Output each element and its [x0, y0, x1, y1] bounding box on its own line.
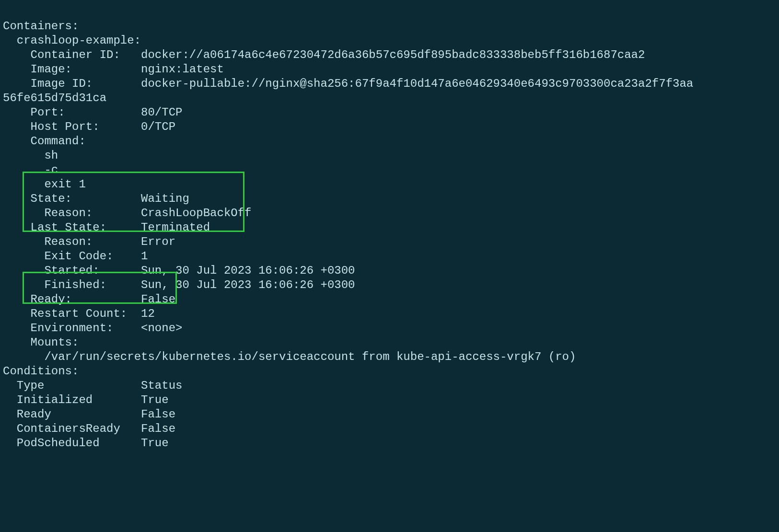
terminal-output[interactable]: Containers: crashloop-example: Container…	[0, 0, 779, 479]
mount-path-line: /var/run/secrets/kubernetes.io/serviceac…	[3, 350, 576, 363]
image-id-line-1: Image ID: docker-pullable://nginx@sha256…	[3, 77, 693, 90]
condition-ready: Ready False	[3, 408, 175, 421]
image-line: Image: nginx:latest	[3, 63, 224, 76]
conditions-heading: Conditions:	[3, 365, 79, 378]
condition-pod-scheduled: PodScheduled True	[3, 437, 169, 450]
command-exit: exit 1	[3, 178, 86, 191]
condition-initialized: Initialized True	[3, 393, 169, 406]
finished-line: Finished: Sun, 30 Jul 2023 16:06:26 +030…	[3, 278, 355, 291]
condition-containers-ready: ContainersReady False	[3, 422, 175, 435]
last-state-line: Last State: Terminated	[3, 221, 210, 234]
port-line: Port: 80/TCP	[3, 106, 182, 119]
ready-line: Ready: False	[3, 293, 175, 306]
container-id-line: Container ID: docker://a06174a6c4e672304…	[3, 48, 645, 61]
state-line: State: Waiting	[3, 192, 189, 205]
exit-code-line: Exit Code: 1	[3, 250, 148, 263]
command-sh: sh	[3, 149, 58, 162]
container-name: crashloop-example:	[3, 34, 141, 47]
state-reason-line: Reason: CrashLoopBackOff	[3, 207, 251, 220]
started-line: Started: Sun, 30 Jul 2023 16:06:26 +0300	[3, 264, 355, 277]
heading-containers: Containers:	[3, 20, 79, 33]
mounts-line: Mounts:	[3, 336, 79, 349]
host-port-line: Host Port: 0/TCP	[3, 120, 175, 133]
command-line: Command:	[3, 135, 86, 148]
command-c: -c	[3, 163, 58, 176]
conditions-header: Type Status	[3, 379, 182, 392]
last-state-reason-line: Reason: Error	[3, 235, 175, 248]
restart-count-line: Restart Count: 12	[3, 307, 155, 320]
environment-line: Environment: <none>	[3, 322, 182, 335]
image-id-line-2: 56fe615d75d31ca	[3, 92, 106, 104]
